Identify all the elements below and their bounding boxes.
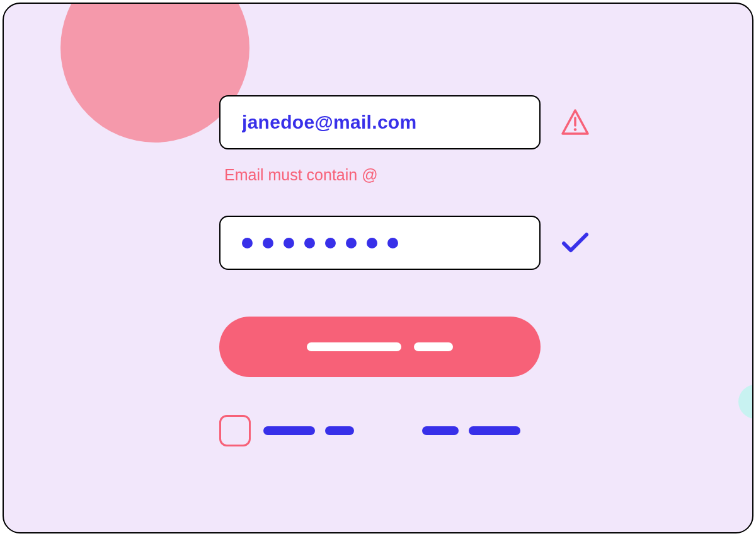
button-label-placeholder: [414, 342, 453, 351]
terms-link[interactable]: [263, 426, 354, 435]
email-field[interactable]: [219, 95, 541, 149]
password-dot: [242, 238, 253, 248]
password-dot: [263, 238, 273, 248]
link-placeholder: [325, 426, 354, 435]
link-placeholder: [263, 426, 315, 435]
email-row: [219, 95, 610, 149]
password-dot: [387, 238, 398, 248]
alert-triangle-icon: [559, 107, 591, 138]
svg-point-1: [574, 128, 576, 131]
button-label-placeholder: [307, 342, 401, 351]
terms-checkbox[interactable]: [219, 415, 251, 446]
check-icon: [559, 227, 591, 259]
password-dot: [325, 238, 336, 248]
password-dot: [304, 238, 315, 248]
password-dot: [284, 238, 294, 248]
submit-button[interactable]: [219, 317, 541, 377]
password-dot: [346, 238, 357, 248]
decor-circle-cyan: [738, 385, 753, 419]
terms-row: [219, 415, 541, 446]
password-row: [219, 216, 610, 270]
password-dot: [367, 238, 377, 248]
form-card: Email must contain @: [3, 3, 753, 533]
link-placeholder: [422, 426, 459, 435]
email-error-text: Email must contain @: [224, 166, 610, 184]
secondary-link[interactable]: [422, 426, 520, 435]
password-field[interactable]: [219, 216, 541, 270]
login-form: Email must contain @: [219, 95, 610, 446]
link-placeholder: [469, 426, 520, 435]
